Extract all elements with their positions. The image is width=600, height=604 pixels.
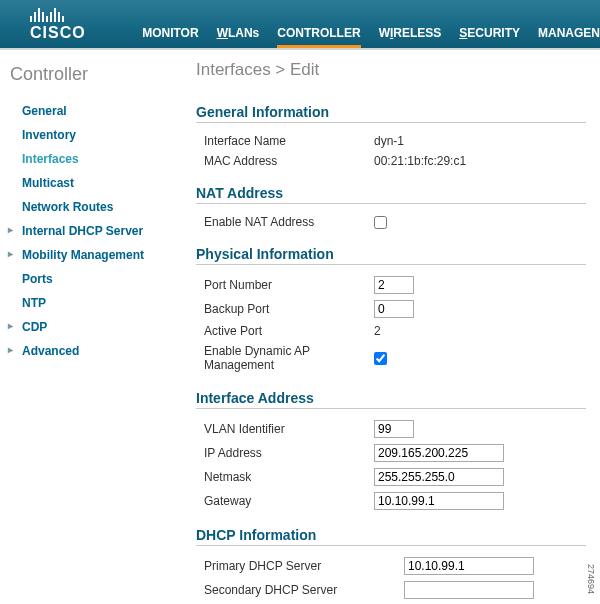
port-number-label: Port Number	[204, 278, 374, 292]
secondary-dhcp-input[interactable]	[404, 581, 534, 599]
port-number-input[interactable]	[374, 276, 414, 294]
section-physical: Physical Information	[196, 246, 586, 265]
brand-text: CISCO	[30, 24, 142, 42]
sidebar-item-network-routes[interactable]: Network Routes	[0, 195, 172, 219]
ip-input[interactable]	[374, 444, 504, 462]
main-content: Interfaces > Edit General Information In…	[180, 50, 600, 604]
sidebar-item-mobility[interactable]: Mobility Management	[0, 243, 172, 267]
netmask-input[interactable]	[374, 468, 504, 486]
primary-dhcp-input[interactable]	[404, 557, 534, 575]
nat-enable-checkbox[interactable]	[374, 216, 387, 229]
gateway-label: Gateway	[204, 494, 374, 508]
nat-enable-label: Enable NAT Address	[204, 215, 374, 229]
section-address: Interface Address	[196, 390, 586, 409]
tab-management[interactable]: MANAGEN	[538, 26, 600, 40]
iface-name-label: Interface Name	[204, 134, 374, 148]
sidebar-item-advanced[interactable]: Advanced	[0, 339, 172, 363]
section-nat: NAT Address	[196, 185, 586, 204]
tab-monitor[interactable]: MONITOR	[142, 26, 198, 40]
sidebar-item-internal-dhcp[interactable]: Internal DHCP Server	[0, 219, 172, 243]
sidebar-item-cdp[interactable]: CDP	[0, 315, 172, 339]
tab-controller[interactable]: CONTROLLER	[277, 26, 360, 40]
sidebar-item-general[interactable]: General	[0, 99, 172, 123]
ip-label: IP Address	[204, 446, 374, 460]
primary-dhcp-label: Primary DHCP Server	[204, 559, 404, 573]
cisco-logo: CISCO	[0, 8, 142, 48]
active-port-label: Active Port	[204, 324, 374, 338]
active-port-value: 2	[374, 324, 381, 338]
gateway-input[interactable]	[374, 492, 504, 510]
mac-label: MAC Address	[204, 154, 374, 168]
sidebar-item-multicast[interactable]: Multicast	[0, 171, 172, 195]
vlan-label: VLAN Identifier	[204, 422, 374, 436]
sidebar-item-interfaces[interactable]: Interfaces	[0, 147, 172, 171]
dynap-label: Enable Dynamic AP Management	[204, 344, 374, 373]
section-dhcp: DHCP Information	[196, 527, 586, 546]
breadcrumb: Interfaces > Edit	[196, 60, 586, 80]
mac-value: 00:21:1b:fc:29:c1	[374, 154, 466, 168]
backup-port-input[interactable]	[374, 300, 414, 318]
iface-name-value: dyn-1	[374, 134, 404, 148]
sidebar: Controller General Inventory Interfaces …	[0, 50, 180, 604]
sidebar-item-ports[interactable]: Ports	[0, 267, 172, 291]
sidebar-item-ntp[interactable]: NTP	[0, 291, 172, 315]
backup-port-label: Backup Port	[204, 302, 374, 316]
tab-security[interactable]: SECURITY	[459, 26, 520, 40]
tab-wlans[interactable]: WLANs	[217, 26, 260, 40]
sidebar-item-inventory[interactable]: Inventory	[0, 123, 172, 147]
dynap-checkbox[interactable]	[374, 352, 387, 365]
reference-number: 274694	[586, 564, 596, 594]
section-general: General Information	[196, 104, 586, 123]
vlan-input[interactable]	[374, 420, 414, 438]
sidebar-title: Controller	[0, 60, 172, 99]
netmask-label: Netmask	[204, 470, 374, 484]
tab-wireless[interactable]: WIRELESS	[379, 26, 442, 40]
top-nav: CISCO MONITOR WLANs CONTROLLER WIRELESS …	[0, 0, 600, 48]
secondary-dhcp-label: Secondary DHCP Server	[204, 583, 404, 597]
